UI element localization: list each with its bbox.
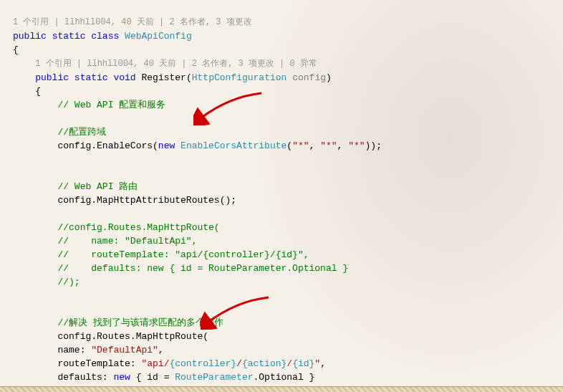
code-maphttproute: config.Routes.MapHttpRoute(	[57, 331, 208, 342]
code-mapattrroutes: config.MapHttpAttributeRoutes();	[57, 195, 236, 206]
brace-open: {	[13, 44, 19, 55]
method-register: Register	[142, 72, 186, 83]
str-defaultapi: "DefaultApi"	[91, 345, 158, 355]
comment-solve-multi: //解决 找到了与该请求匹配的多个操作	[57, 317, 223, 328]
comment-route4: // defaults: new { id = RouteParameter.O…	[57, 263, 348, 274]
param-config: config	[292, 72, 326, 83]
kw-class: class	[91, 31, 119, 42]
kw-public: public	[13, 31, 47, 42]
comment-config-services: // Web API 配置和服务	[57, 100, 165, 110]
kw-static: static	[52, 31, 86, 42]
codelens-outer[interactable]: 1 个引用 | llhhll004, 40 天前 | 2 名作者, 3 项更改	[13, 17, 252, 27]
comment-route5: //);	[57, 277, 80, 287]
code-enablecors: config.EnableCors	[57, 140, 153, 151]
comment-route1: //config.Routes.MapHttpRoute(	[57, 222, 219, 233]
comment-routes: // Web API 路由	[57, 181, 138, 192]
type-httpconfiguration: HttpConfiguration	[192, 72, 287, 83]
codelens-inner[interactable]: 1 个引用 | llhhll004, 40 天前 | 2 名作者, 3 项更改 …	[35, 59, 317, 69]
comment-route2: // name: "DefaultApi",	[57, 236, 197, 247]
type-enablecorsattribute: EnableCorsAttribute	[181, 140, 287, 151]
window-border	[0, 386, 563, 392]
code-editor[interactable]: 1 个引用 | llhhll004, 40 天前 | 2 名作者, 3 项更改 …	[0, 0, 563, 392]
comment-cors: //配置跨域	[57, 127, 106, 138]
comment-route3: // routeTemplate: "api/{controller}/{id}…	[57, 249, 309, 260]
type-webapiconfig: WebApiConfig	[125, 31, 192, 42]
